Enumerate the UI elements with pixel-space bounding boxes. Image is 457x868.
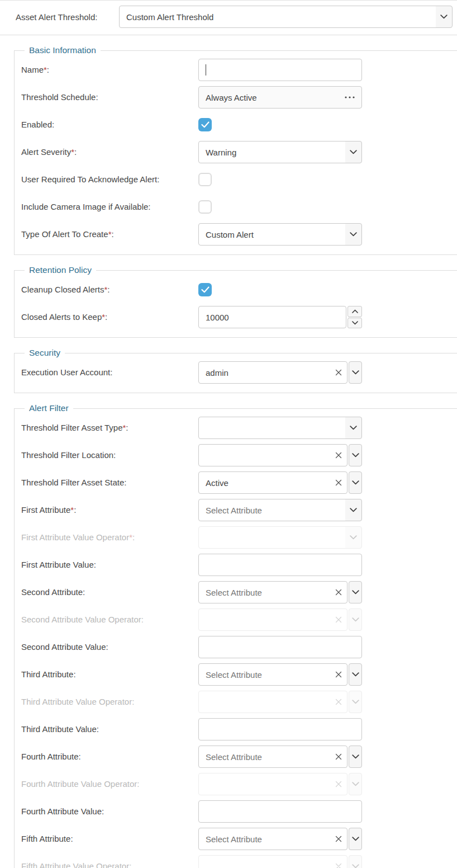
chevron-down-icon bbox=[350, 232, 357, 237]
clear-x-icon[interactable] bbox=[335, 671, 342, 678]
dropdown-button[interactable] bbox=[349, 663, 362, 686]
name-input[interactable] bbox=[198, 59, 362, 81]
enabled-label: Enabled: bbox=[21, 120, 198, 130]
clear-x-icon[interactable] bbox=[335, 452, 342, 459]
fourth-attribute-combobox: Select Attribute bbox=[198, 746, 362, 768]
dropdown-button[interactable] bbox=[349, 444, 362, 466]
first-attribute-value-label: First Attribute Value: bbox=[21, 560, 198, 570]
dropdown-button[interactable] bbox=[349, 361, 362, 384]
include-camera-image-if-available-checkbox[interactable] bbox=[198, 200, 212, 214]
fifth-attribute-value-operator-label: Fifth Attribute Value Operator: bbox=[21, 861, 198, 868]
first-attribute-value-operator-label: First Attribute Value Operator*: bbox=[21, 532, 198, 543]
clear-x-icon[interactable] bbox=[335, 836, 342, 842]
include-camera-image-if-available-label: Include Camera Image if Available: bbox=[21, 202, 198, 213]
fourth-attribute-value-label: Fourth Attribute Value: bbox=[21, 806, 198, 817]
clear-x-icon[interactable] bbox=[335, 589, 342, 596]
threshold-filter-location-combobox-input[interactable] bbox=[198, 444, 347, 466]
chevron-down-icon bbox=[352, 754, 359, 759]
form-row: Threshold Schedule:Always Active bbox=[21, 86, 457, 108]
enabled-checkbox[interactable] bbox=[198, 118, 212, 131]
fifth-attribute-label: Fifth Attribute: bbox=[21, 834, 198, 845]
form-row: Third Attribute Value Operator: bbox=[21, 691, 457, 713]
third-attribute-value-input[interactable] bbox=[198, 718, 362, 740]
execution-user-account-combobox-input[interactable]: admin bbox=[198, 361, 347, 384]
dropdown-button[interactable] bbox=[349, 855, 362, 868]
execution-user-account-combobox: admin bbox=[198, 361, 362, 384]
threshold-schedule-field[interactable]: Always Active bbox=[198, 86, 362, 108]
type-of-alert-to-create-select[interactable]: Custom Alert bbox=[198, 223, 362, 246]
header-row: Asset Alert Threshold: Custom Alert Thre… bbox=[0, 1, 457, 33]
spin-up-button[interactable] bbox=[347, 306, 362, 317]
divider bbox=[0, 35, 457, 35]
threshold-filter-location-label: Threshold Filter Location: bbox=[21, 450, 198, 461]
fourth-attribute-combobox-input[interactable]: Select Attribute bbox=[198, 746, 347, 768]
first-attribute-value-input[interactable] bbox=[198, 554, 362, 576]
form-row: Threshold Filter Asset Type*: bbox=[21, 417, 457, 439]
chevron-down-icon bbox=[352, 782, 359, 786]
dropdown-button[interactable] bbox=[349, 608, 362, 631]
dropdown-button[interactable] bbox=[349, 471, 362, 494]
asset-alert-threshold-select[interactable]: Custom Alert Threshold bbox=[119, 6, 453, 28]
fifth-attribute-value-operator-combobox-input[interactable] bbox=[198, 855, 347, 868]
clear-x-icon[interactable] bbox=[335, 753, 342, 760]
form-row: Threshold Filter Location: bbox=[21, 444, 457, 466]
chevron-down-icon bbox=[350, 535, 357, 540]
chevron-down-icon bbox=[352, 617, 359, 622]
threshold-filter-asset-state-combobox-input[interactable]: Active bbox=[198, 471, 347, 494]
fourth-attribute-value-operator-label: Fourth Attribute Value Operator: bbox=[21, 779, 198, 790]
fourth-attribute-value-operator-combobox-input[interactable] bbox=[198, 773, 347, 795]
cleanup-closed-alerts-checkbox[interactable] bbox=[198, 283, 212, 296]
clear-x-icon[interactable] bbox=[335, 479, 342, 486]
third-attribute-value-label: Third Attribute Value: bbox=[21, 724, 198, 735]
first-attribute-value-operator-select[interactable] bbox=[198, 526, 362, 549]
second-attribute-combobox-input[interactable]: Select Attribute bbox=[198, 581, 347, 603]
user-required-to-acknowledge-alert-checkbox[interactable] bbox=[198, 173, 212, 186]
form-row: Type Of Alert To Create*:Custom Alert bbox=[21, 223, 457, 246]
chevron-down-icon bbox=[352, 864, 359, 868]
dropdown-button[interactable] bbox=[349, 691, 362, 713]
alert-severity-select[interactable]: Warning bbox=[198, 141, 362, 163]
clear-x-icon[interactable] bbox=[335, 369, 342, 376]
second-attribute-value-operator-combobox-input[interactable] bbox=[198, 608, 347, 631]
form-row: First Attribute Value: bbox=[21, 554, 457, 576]
form-row: Enabled: bbox=[21, 114, 457, 136]
clear-x-icon[interactable] bbox=[335, 863, 342, 868]
form-row: First Attribute*:Select Attribute bbox=[21, 499, 457, 521]
third-attribute-value-operator-combobox-input[interactable] bbox=[198, 691, 347, 713]
dropdown-button[interactable] bbox=[349, 581, 362, 603]
form-row: Fourth Attribute Value Operator: bbox=[21, 773, 457, 795]
clear-x-icon[interactable] bbox=[335, 616, 342, 623]
form-row: Cleanup Closed Alerts*: bbox=[21, 279, 457, 301]
closed-alerts-to-keep-input[interactable]: 10000 bbox=[198, 306, 346, 328]
form-row: User Required To Acknowledge Alert: bbox=[21, 168, 457, 191]
alert-threshold-form: Asset Alert Threshold: Custom Alert Thre… bbox=[0, 0, 457, 868]
form-row: Include Camera Image if Available: bbox=[21, 196, 457, 218]
fourth-attribute-value-input[interactable] bbox=[198, 800, 362, 823]
fifth-attribute-combobox-input[interactable]: Select Attribute bbox=[198, 828, 347, 850]
form-row: Alert Severity*:Warning bbox=[21, 141, 457, 163]
text-caret bbox=[206, 64, 206, 76]
dropdown-button[interactable] bbox=[349, 773, 362, 795]
form-row: Fifth Attribute Value Operator: bbox=[21, 855, 457, 868]
threshold-filter-asset-type-select[interactable] bbox=[198, 417, 362, 439]
dropdown-button[interactable] bbox=[349, 746, 362, 768]
threshold-filter-asset-state-combobox: Active bbox=[198, 471, 362, 494]
threshold-schedule-label: Threshold Schedule: bbox=[21, 92, 198, 103]
form-row: Third Attribute:Select Attribute bbox=[21, 663, 457, 686]
dropdown-button[interactable] bbox=[349, 828, 362, 850]
threshold-filter-asset-type-label: Threshold Filter Asset Type*: bbox=[21, 423, 198, 433]
first-attribute-select[interactable]: Select Attribute bbox=[198, 499, 362, 521]
second-attribute-value-input[interactable] bbox=[198, 636, 362, 658]
closed-alerts-to-keep-number-field: 10000 bbox=[198, 306, 362, 328]
form-row: Execution User Account:admin bbox=[21, 361, 457, 384]
threshold-filter-location-combobox bbox=[198, 444, 362, 466]
clear-x-icon[interactable] bbox=[335, 699, 342, 705]
spin-down-button[interactable] bbox=[347, 318, 362, 329]
form-row: Third Attribute Value: bbox=[21, 718, 457, 740]
section-legend: Basic Information bbox=[25, 45, 101, 55]
clear-x-icon[interactable] bbox=[335, 781, 342, 787]
third-attribute-combobox-input[interactable]: Select Attribute bbox=[198, 663, 347, 686]
chevron-down-icon bbox=[350, 426, 357, 430]
first-attribute-label: First Attribute*: bbox=[21, 505, 198, 516]
chevron-down-icon bbox=[352, 837, 359, 841]
